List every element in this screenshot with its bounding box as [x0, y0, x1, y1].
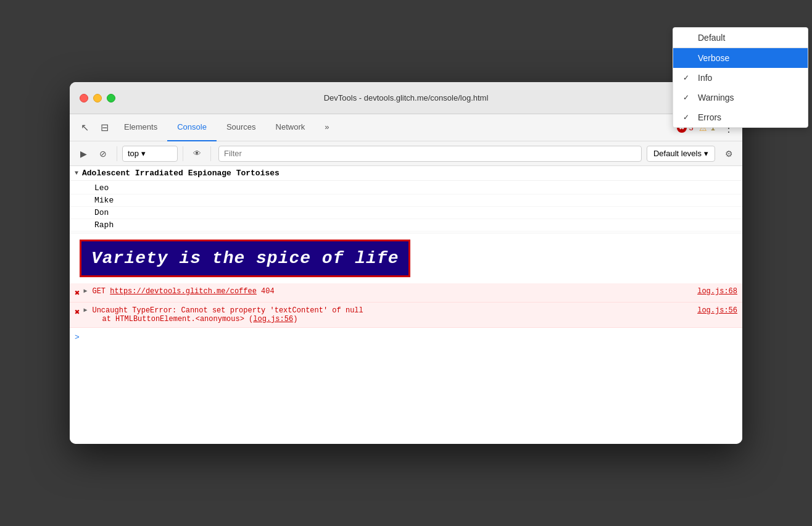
cursor-icon-btn[interactable]: ↖: [75, 118, 94, 138]
error-row-1: ✖ ▶ GET https://devtools.glitch.me/coffe…: [70, 283, 742, 303]
error-subtext-2: at HTMLButtonElement.<anonymous> (log.js…: [92, 315, 694, 324]
default-levels-button[interactable]: Default levels ▾: [647, 146, 715, 162]
variety-text: Variety is the spice of life: [91, 249, 399, 268]
console-content: ▼ Adolescent Irradiated Espionage Tortoi…: [70, 166, 742, 444]
error-icon-1: ✖: [75, 288, 80, 298]
variety-banner-wrapper: Variety is the spice of life: [70, 233, 742, 283]
play-icon: ▶: [80, 149, 87, 159]
settings-button[interactable]: ⚙: [720, 145, 737, 162]
gear-icon: ⚙: [725, 149, 733, 159]
main-toolbar: ↖ ⊟ Elements Console Sources Network » ✖…: [70, 114, 742, 141]
error-content-1: GET https://devtools.glitch.me/coffee 40…: [92, 287, 694, 296]
dropdown-item-errors[interactable]: ✓ Errors: [673, 107, 742, 127]
error-row-2: ✖ ▶ Uncaught TypeError: Cannot set prope…: [70, 303, 742, 328]
cursor-icon: ↖: [81, 122, 89, 133]
levels-dropdown: Default Verbose ✓ Info ✓ Warnings ✓ Erro…: [673, 82, 742, 128]
minimize-button[interactable]: [93, 94, 102, 102]
tab-sources[interactable]: Sources: [217, 114, 266, 141]
object-row: ▼ Adolescent Irradiated Espionage Tortoi…: [70, 166, 742, 181]
dropdown-item-warnings[interactable]: ✓ Warnings: [673, 88, 742, 107]
list-item: Leo: [70, 182, 742, 194]
close-button[interactable]: [80, 94, 88, 102]
traffic-lights: [80, 94, 115, 102]
filter-input[interactable]: [218, 146, 642, 162]
error-expand-1[interactable]: ▶: [83, 287, 87, 294]
devtools-window: DevTools - devtools.glitch.me/console/lo…: [70, 82, 742, 444]
dropdown-item-info[interactable]: ✓ Info: [673, 82, 742, 88]
window-title: DevTools - devtools.glitch.me/console/lo…: [324, 93, 489, 102]
tab-more[interactable]: »: [315, 114, 339, 141]
error-link-2[interactable]: log.js:56: [253, 315, 293, 324]
console-toolbar: ▶ ⊘ top ▾ 👁 Default levels ▾ ⚙ Default: [70, 141, 742, 166]
ban-icon: ⊘: [99, 149, 107, 159]
layers-icon: ⊟: [101, 122, 109, 133]
object-label: Adolescent Irradiated Espionage Tortoise…: [82, 169, 280, 178]
check-mark-errors: ✓: [683, 113, 693, 122]
variety-banner: Variety is the spice of life: [80, 240, 410, 277]
error-location-1[interactable]: log.js:68: [697, 287, 737, 296]
chevron-down-icon: ▾: [141, 149, 146, 158]
separator-1: [117, 146, 117, 161]
list-item: Mike: [70, 194, 742, 207]
title-bar: DevTools - devtools.glitch.me/console/lo…: [70, 82, 742, 114]
error-content-2: Uncaught TypeError: Cannot set property …: [92, 306, 694, 324]
context-select[interactable]: top ▾: [122, 146, 178, 162]
check-mark-warnings: ✓: [683, 93, 693, 102]
tab-elements[interactable]: Elements: [114, 114, 167, 141]
tab-network[interactable]: Network: [266, 114, 315, 141]
list-item: Raph: [70, 219, 742, 232]
execute-context-button[interactable]: ▶: [75, 145, 92, 162]
separator-3: [210, 146, 211, 161]
list-items: Leo Mike Don Raph: [70, 181, 742, 233]
tab-console[interactable]: Console: [167, 114, 217, 141]
error-location-2[interactable]: log.js:56: [697, 306, 737, 315]
error-text-2: Uncaught TypeError: Cannot set property …: [92, 306, 694, 315]
error-expand-2[interactable]: ▶: [83, 306, 87, 314]
chevron-down-icon-levels: ▾: [704, 149, 708, 158]
eye-button[interactable]: 👁: [188, 145, 205, 162]
eye-icon: 👁: [193, 149, 201, 158]
separator-2: [183, 146, 183, 161]
error-icon-2: ✖: [75, 307, 80, 317]
console-prompt: >: [70, 328, 742, 347]
clear-console-button[interactable]: ⊘: [94, 145, 112, 162]
error-url-1[interactable]: https://devtools.glitch.me/coffee: [110, 287, 257, 296]
prompt-symbol: >: [75, 333, 80, 342]
layers-icon-btn[interactable]: ⊟: [94, 118, 114, 138]
list-item: Don: [70, 207, 742, 219]
maximize-button[interactable]: [107, 94, 115, 102]
object-toggle[interactable]: ▼: [75, 170, 78, 177]
